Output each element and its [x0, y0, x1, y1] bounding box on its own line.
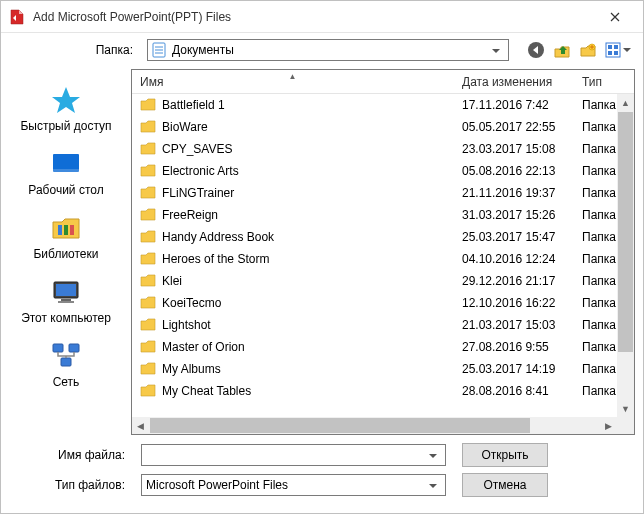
file-date: 04.10.2016 12:24 [454, 252, 574, 266]
folder-dropdown[interactable]: Документы [147, 39, 509, 61]
file-dialog-window: Add Microsoft PowerPoint(PPT) Files Папк… [0, 0, 644, 514]
file-name: Heroes of the Storm [162, 252, 269, 266]
place-label: Сеть [53, 375, 80, 389]
chevron-down-icon [425, 448, 441, 462]
table-row[interactable]: CPY_SAVES23.03.2017 15:08Папка [132, 138, 634, 160]
folder-icon [140, 186, 156, 200]
scroll-up-icon[interactable]: ▲ [617, 94, 634, 111]
table-row[interactable]: Handy Address Book25.03.2017 15:47Папка [132, 226, 634, 248]
place-label: Этот компьютер [21, 311, 111, 325]
file-date: 05.05.2017 22:55 [454, 120, 574, 134]
folder-icon [140, 252, 156, 266]
place-quick-access[interactable]: Быстрый доступ [11, 81, 121, 139]
scroll-thumb-h[interactable] [150, 418, 530, 433]
file-date: 31.03.2017 15:26 [454, 208, 574, 222]
file-date: 25.03.2017 14:19 [454, 362, 574, 376]
close-button[interactable] [595, 1, 635, 32]
file-name: Klei [162, 274, 182, 288]
column-header-name[interactable]: Имя ▲ [132, 70, 454, 93]
scroll-right-icon[interactable]: ▶ [600, 417, 617, 434]
back-button[interactable] [525, 39, 547, 61]
file-date: 12.10.2016 16:22 [454, 296, 574, 310]
file-date: 27.08.2016 9:55 [454, 340, 574, 354]
folder-icon [140, 318, 156, 332]
documents-icon [152, 42, 166, 58]
file-date: 21.11.2016 19:37 [454, 186, 574, 200]
svg-rect-14 [64, 225, 68, 235]
svg-rect-17 [56, 284, 76, 296]
table-row[interactable]: BioWare05.05.2017 22:55Папка [132, 116, 634, 138]
table-row[interactable]: My Cheat Tables28.08.2016 8:41Папка [132, 380, 634, 402]
folder-icon [140, 142, 156, 156]
folder-icon [140, 98, 156, 112]
scroll-corner [617, 417, 634, 434]
column-header-date[interactable]: Дата изменения [454, 70, 574, 93]
table-row[interactable]: FreeReign31.03.2017 15:26Папка [132, 204, 634, 226]
svg-rect-9 [608, 51, 612, 55]
place-this-pc[interactable]: Этот компьютер [11, 273, 121, 331]
svg-rect-7 [608, 45, 612, 49]
scroll-thumb-v[interactable] [618, 112, 633, 352]
file-name: Handy Address Book [162, 230, 274, 244]
filetype-value: Microsoft PowerPoint Files [146, 478, 425, 492]
titlebar: Add Microsoft PowerPoint(PPT) Files [1, 1, 643, 33]
svg-rect-22 [61, 358, 71, 366]
cancel-button[interactable]: Отмена [462, 473, 548, 497]
table-row[interactable]: KoeiTecmo12.10.2016 16:22Папка [132, 292, 634, 314]
dialog-body: Быстрый доступ Рабочий стол [1, 67, 643, 437]
folder-icon [140, 296, 156, 310]
filetype-dropdown[interactable]: Microsoft PowerPoint Files [141, 474, 446, 496]
dialog-footer: Имя файла: Открыть Тип файлов: Microsoft… [1, 437, 643, 513]
window-title: Add Microsoft PowerPoint(PPT) Files [33, 10, 595, 24]
folder-icon [140, 164, 156, 178]
open-button[interactable]: Открыть [462, 443, 548, 467]
svg-rect-21 [69, 344, 79, 352]
folder-icon [140, 120, 156, 134]
filetype-label: Тип файлов: [11, 478, 141, 492]
file-date: 25.03.2017 15:47 [454, 230, 574, 244]
desktop-icon [49, 147, 83, 181]
scroll-down-icon[interactable]: ▼ [617, 400, 634, 417]
vertical-scrollbar[interactable]: ▲ ▼ [617, 94, 634, 417]
file-name: BioWare [162, 120, 208, 134]
table-row[interactable]: My Albums25.03.2017 14:19Папка [132, 358, 634, 380]
table-row[interactable]: Klei29.12.2016 21:17Папка [132, 270, 634, 292]
table-row[interactable]: Master of Orion27.08.2016 9:55Папка [132, 336, 634, 358]
place-network[interactable]: Сеть [11, 337, 121, 395]
file-date: 28.08.2016 8:41 [454, 384, 574, 398]
column-header-label: Дата изменения [462, 75, 552, 89]
filename-input[interactable] [141, 444, 446, 466]
computer-icon [49, 275, 83, 309]
table-row[interactable]: Lightshot21.03.2017 15:03Папка [132, 314, 634, 336]
file-date: 23.03.2017 15:08 [454, 142, 574, 156]
file-name: FLiNGTrainer [162, 186, 234, 200]
button-label: Открыть [481, 448, 528, 462]
folder-icon [140, 230, 156, 244]
app-icon [9, 9, 25, 25]
folder-toolbar: Папка: Документы [1, 33, 643, 67]
table-row[interactable]: Electronic Arts05.08.2016 22:13Папка [132, 160, 634, 182]
place-desktop[interactable]: Рабочий стол [11, 145, 121, 203]
new-folder-button[interactable] [577, 39, 599, 61]
folder-icon [140, 208, 156, 222]
file-name: Lightshot [162, 318, 211, 332]
file-name: Electronic Arts [162, 164, 239, 178]
star-icon [49, 83, 83, 117]
table-row[interactable]: FLiNGTrainer21.11.2016 19:37Папка [132, 182, 634, 204]
place-libraries[interactable]: Библиотеки [11, 209, 121, 267]
file-list-area: Имя ▲ Дата изменения Тип Battlefield 117… [131, 69, 635, 435]
folder-dropdown-value: Документы [172, 43, 488, 57]
place-label: Библиотеки [33, 247, 98, 261]
scroll-left-icon[interactable]: ◀ [132, 417, 149, 434]
folder-icon [140, 274, 156, 288]
table-row[interactable]: Battlefield 117.11.2016 7:42Папка [132, 94, 634, 116]
horizontal-scrollbar[interactable]: ◀ ▶ [132, 417, 617, 434]
svg-rect-15 [70, 225, 74, 235]
column-header-type[interactable]: Тип [574, 70, 634, 93]
chevron-down-icon [425, 478, 441, 492]
up-button[interactable] [551, 39, 573, 61]
svg-rect-8 [614, 45, 618, 49]
file-date: 05.08.2016 22:13 [454, 164, 574, 178]
table-row[interactable]: Heroes of the Storm04.10.2016 12:24Папка [132, 248, 634, 270]
view-menu-button[interactable] [603, 39, 633, 61]
